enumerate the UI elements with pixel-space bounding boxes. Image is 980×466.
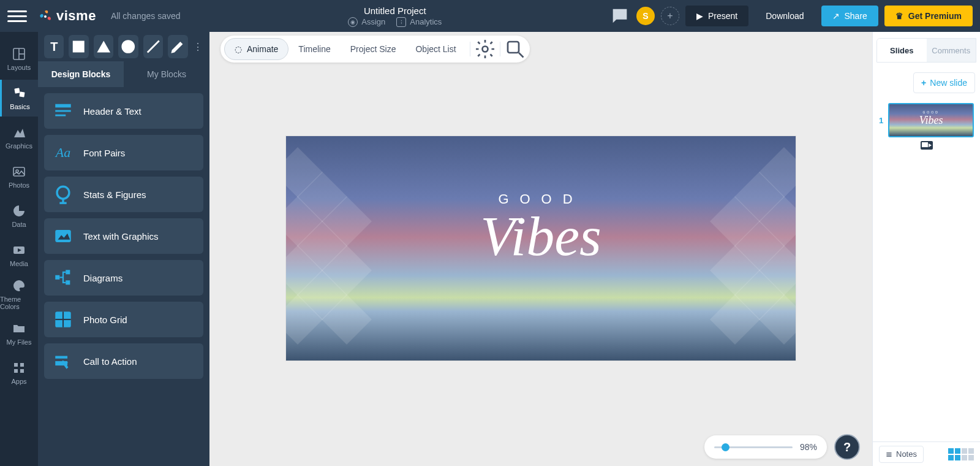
block-call-to-action[interactable]: Call to Action	[44, 343, 203, 379]
rail-photos[interactable]: Photos	[0, 158, 38, 195]
share-label: Share	[845, 11, 867, 21]
apps-icon	[12, 361, 26, 375]
search-icon[interactable]	[504, 38, 526, 60]
block-header-text[interactable]: Header & Text	[44, 93, 203, 129]
svg-rect-26	[55, 275, 59, 280]
settings-icon[interactable]	[474, 38, 496, 60]
triangle-tool[interactable]	[94, 35, 113, 58]
tab-comments[interactable]: Comments	[927, 39, 976, 62]
media-icon	[12, 243, 26, 258]
user-avatar[interactable]: S	[636, 7, 655, 25]
grid-view-toggle[interactable]	[948, 448, 960, 460]
add-collaborator-button[interactable]: +	[661, 7, 679, 25]
thumb-number: 1	[879, 116, 883, 125]
download-button[interactable]: Download	[755, 6, 815, 26]
cta-icon	[53, 351, 74, 372]
photo-grid-icon	[53, 309, 74, 330]
svg-rect-13	[20, 369, 24, 373]
svg-rect-37	[922, 142, 928, 147]
svg-rect-19	[55, 110, 71, 112]
draw-tool[interactable]	[168, 35, 187, 58]
palette-icon	[12, 278, 26, 293]
assign-label: Assign	[361, 17, 385, 26]
svg-point-0	[44, 15, 47, 18]
zoom-thumb[interactable]	[722, 443, 729, 451]
circle-tool[interactable]	[118, 35, 138, 58]
canvas-toolbar: ◌Animate Timeline Project Size Object Li…	[221, 36, 530, 63]
brand-logo[interactable]: visme	[38, 8, 96, 24]
svg-rect-12	[14, 369, 18, 373]
rail-basics[interactable]: Basics	[0, 80, 38, 116]
tab-slides[interactable]: Slides	[877, 39, 927, 62]
diagrams-icon	[53, 267, 74, 288]
zoom-value: 98%	[800, 442, 817, 452]
basics-icon	[13, 86, 28, 101]
notes-button[interactable]: ≣ Notes	[879, 446, 924, 463]
toolbar-separator	[470, 42, 470, 56]
tab-design-blocks[interactable]: Design Blocks	[38, 61, 124, 87]
object-list-button[interactable]: Object List	[405, 38, 466, 60]
slide-canvas[interactable]: GOOD Vibes	[286, 136, 796, 361]
zoom-control[interactable]: 98%	[704, 435, 827, 459]
svg-point-16	[122, 40, 135, 53]
crown-icon: ♛	[895, 11, 903, 21]
text-graphics-icon	[53, 226, 74, 246]
svg-marker-15	[97, 41, 110, 53]
left-rail: Layouts Basics Graphics Photos Data Medi…	[0, 32, 38, 466]
line-tool[interactable]	[143, 35, 163, 58]
rail-my-files[interactable]: My Files	[0, 315, 38, 352]
rail-graphics[interactable]: Graphics	[0, 119, 38, 156]
animate-icon: ◌	[235, 44, 242, 54]
blocks-list: Header & Text AaFont Pairs Stats & Figur…	[38, 87, 209, 385]
help-button[interactable]: ?	[834, 434, 860, 460]
project-size-button[interactable]: Project Size	[341, 38, 406, 60]
comments-icon[interactable]	[609, 6, 630, 26]
transition-badge-icon[interactable]	[921, 141, 933, 150]
project-title[interactable]: Untitled Project	[364, 6, 426, 16]
share-button[interactable]: ↗ Share	[821, 6, 878, 26]
slide-thumbnail-1[interactable]: GOODVibes	[888, 103, 974, 137]
svg-point-34	[482, 47, 488, 52]
present-button[interactable]: ▶ Present	[685, 6, 748, 26]
svg-rect-10	[14, 363, 18, 367]
slide-text[interactable]: GOOD Vibes	[286, 191, 796, 269]
menu-icon[interactable]	[7, 6, 27, 26]
block-text-graphics[interactable]: Text with Graphics	[44, 218, 203, 254]
assign-button[interactable]: ◉ Assign	[348, 17, 385, 27]
right-panel-tabs: Slides Comments	[876, 38, 976, 63]
svg-rect-11	[20, 363, 24, 367]
analytics-button[interactable]: ⫶ Analytics	[396, 17, 442, 27]
svg-point-21	[57, 186, 69, 199]
timeline-button[interactable]: Timeline	[288, 38, 340, 60]
notes-icon: ≣	[886, 449, 892, 459]
rail-data[interactable]: Data	[0, 197, 38, 234]
project-header: Untitled Project ◉ Assign ⫶ Analytics	[181, 6, 609, 27]
person-icon: ◉	[348, 17, 358, 27]
rectangle-tool[interactable]	[69, 35, 88, 58]
premium-label: Get Premium	[908, 11, 962, 21]
block-font-pairs[interactable]: AaFont Pairs	[44, 135, 203, 170]
get-premium-button[interactable]: ♛ Get Premium	[884, 6, 973, 26]
svg-rect-32	[55, 356, 67, 359]
logo-mark-icon	[38, 9, 53, 23]
block-diagrams[interactable]: Diagrams	[44, 260, 203, 296]
block-stats-figures[interactable]: Stats & Figures	[44, 177, 203, 212]
rail-layouts[interactable]: Layouts	[0, 40, 38, 77]
rail-theme-colors[interactable]: Theme Colors	[0, 276, 38, 313]
tab-my-blocks[interactable]: My Blocks	[124, 61, 209, 87]
more-tools-icon[interactable]: ⋮	[193, 35, 203, 58]
graphics-icon	[12, 125, 26, 140]
new-slide-button[interactable]: + New slide	[913, 72, 975, 93]
svg-rect-5	[19, 91, 24, 97]
plus-icon: +	[921, 78, 926, 88]
rail-apps[interactable]: Apps	[0, 354, 38, 391]
block-photo-grid[interactable]: Photo Grid	[44, 302, 203, 337]
svg-rect-4	[14, 88, 20, 93]
zoom-slider[interactable]	[714, 446, 793, 448]
rail-media[interactable]: Media	[0, 237, 38, 273]
text-tool[interactable]: T	[44, 35, 64, 58]
svg-rect-24	[55, 230, 71, 242]
brand-name: visme	[56, 8, 96, 24]
animate-button[interactable]: ◌Animate	[224, 38, 288, 60]
list-view-toggle[interactable]	[962, 448, 974, 460]
